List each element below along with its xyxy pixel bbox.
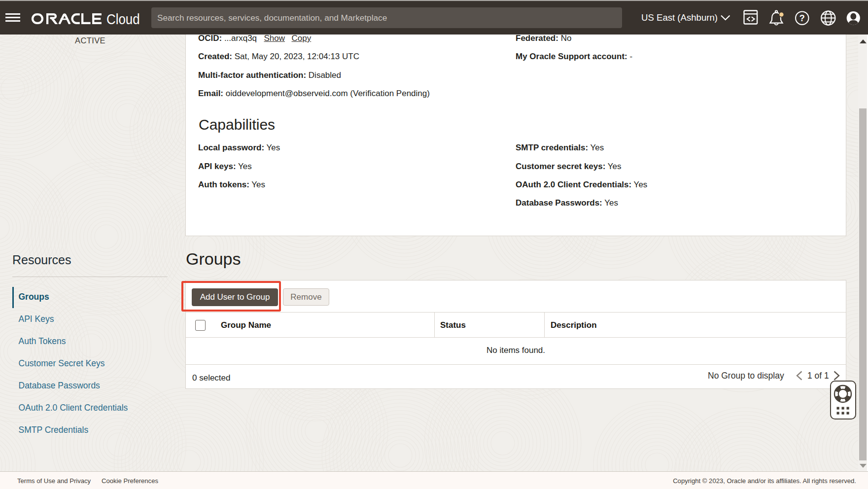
svg-text:?: ? xyxy=(799,13,805,23)
